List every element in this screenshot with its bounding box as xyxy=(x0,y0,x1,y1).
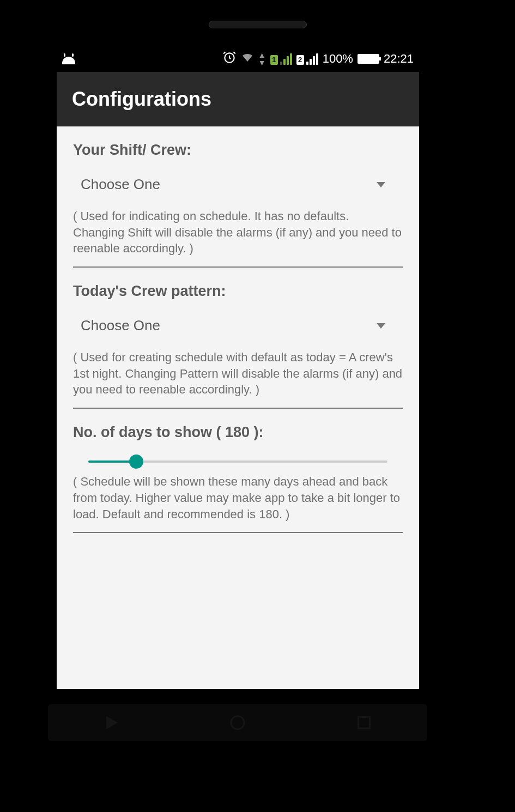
status-clock: 22:21 xyxy=(384,52,414,66)
wifi-icon xyxy=(241,51,254,67)
days-slider[interactable] xyxy=(73,447,403,469)
navigation-bar xyxy=(48,704,427,741)
pattern-label: Today's Crew pattern: xyxy=(73,283,403,300)
back-button[interactable] xyxy=(101,713,121,732)
app-bar: Configurations xyxy=(57,72,419,126)
pattern-dropdown-value: Choose One xyxy=(81,317,377,334)
slider-track xyxy=(88,460,387,463)
battery-icon xyxy=(358,54,379,64)
battery-percent: 100% xyxy=(323,52,353,66)
screen: ▲▼ 1 2 100% 22:21 Configurations Your Sh… xyxy=(57,46,419,689)
shift-help-text: ( Used for indicating on schedule. It ha… xyxy=(73,208,403,257)
chevron-down-icon xyxy=(377,182,385,187)
android-icon xyxy=(62,53,75,64)
alarm-icon xyxy=(222,50,237,68)
status-right: ▲▼ 1 2 100% 22:21 xyxy=(222,50,414,68)
content: Your Shift/ Crew: Choose One ( Used for … xyxy=(57,126,419,689)
slider-thumb[interactable] xyxy=(129,455,143,469)
pattern-dropdown[interactable]: Choose One xyxy=(73,306,403,345)
days-help-text: ( Schedule will be shown these many days… xyxy=(73,474,403,522)
divider xyxy=(73,266,403,268)
home-button[interactable] xyxy=(228,713,247,732)
divider xyxy=(73,532,403,533)
page-title: Configurations xyxy=(72,88,211,111)
shift-dropdown-value: Choose One xyxy=(81,176,377,193)
shift-label: Your Shift/ Crew: xyxy=(73,142,403,159)
days-label: No. of days to show ( 180 ): xyxy=(73,424,403,441)
pattern-help-text: ( Used for creating schedule with defaul… xyxy=(73,349,403,398)
sim2-badge: 2 xyxy=(296,55,304,65)
chevron-down-icon xyxy=(377,323,385,329)
svg-rect-2 xyxy=(359,717,370,729)
recents-button[interactable] xyxy=(354,713,374,732)
svg-point-1 xyxy=(231,716,244,729)
shift-dropdown[interactable]: Choose One xyxy=(73,165,403,204)
status-bar: ▲▼ 1 2 100% 22:21 xyxy=(57,46,419,72)
sim1-badge: 1 xyxy=(270,55,278,65)
data-arrows-icon: ▲▼ xyxy=(258,51,266,66)
status-left xyxy=(62,53,75,64)
phone-speaker xyxy=(209,21,307,28)
divider xyxy=(73,408,403,409)
signal-sim2: 2 xyxy=(296,53,318,65)
signal-sim1: 1 xyxy=(270,53,292,65)
